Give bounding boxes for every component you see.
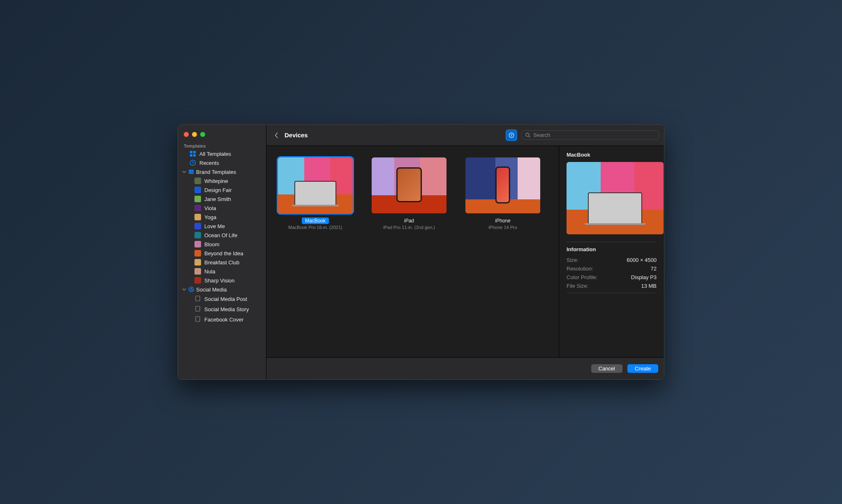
sidebar-group-social-media[interactable]: Social Media — [178, 285, 266, 294]
close-window-button[interactable] — [184, 132, 189, 137]
template-thumbnail-icon — [194, 241, 201, 247]
clock-icon — [190, 160, 196, 166]
svg-rect-3 — [193, 154, 196, 157]
sidebar-item[interactable]: Whitepine — [178, 176, 266, 185]
info-key: Size: — [567, 257, 578, 263]
template-subtitle: iPhone 14 Pro — [488, 225, 517, 230]
svg-rect-2 — [190, 154, 192, 157]
info-key: Color Profile: — [567, 274, 597, 280]
info-panel: MacBook Information Size:6000 × 4500Reso… — [559, 146, 664, 357]
sidebar-item-label: Ocean Of Life — [204, 232, 237, 238]
sidebar-item[interactable]: Social Media Post — [178, 294, 266, 304]
create-button[interactable]: Create — [627, 364, 658, 373]
template-thumbnail-icon — [194, 223, 201, 229]
template-name: MacBook — [302, 217, 329, 224]
sidebar-item-label: Recents — [199, 160, 219, 166]
sidebar-item-label: Design Fair — [204, 187, 231, 193]
template-thumbnail-icon — [194, 196, 201, 202]
svg-rect-7 — [189, 173, 194, 174]
template-thumbnail — [465, 157, 540, 213]
sidebar-recents[interactable]: Recents — [178, 158, 266, 167]
sidebar-all-templates[interactable]: All Templates — [178, 149, 266, 158]
template-thumbnail-icon — [194, 268, 201, 275]
svg-rect-10 — [196, 296, 200, 301]
sidebar-item-label: Yoga — [204, 214, 216, 220]
svg-rect-6 — [189, 171, 194, 173]
template-subtitle: iPad Pro 11-in. (2nd gen.) — [383, 225, 435, 230]
svg-rect-11 — [196, 306, 200, 311]
template-thumbnail-icon — [194, 277, 201, 284]
back-button[interactable] — [271, 130, 281, 140]
template-thumbnail-icon — [194, 205, 201, 211]
cancel-button[interactable]: Cancel — [591, 364, 622, 373]
sidebar-group-label: Brand Templates — [196, 169, 236, 175]
svg-rect-0 — [190, 151, 192, 153]
minimize-window-button[interactable] — [192, 132, 197, 137]
template-thumbnail-icon — [194, 232, 201, 238]
template-name: iPad — [401, 217, 417, 224]
chevron-down-icon — [182, 287, 186, 293]
template-card[interactable]: iPadiPad Pro 11-in. (2nd gen.) — [372, 157, 446, 230]
svg-point-15 — [526, 133, 529, 136]
document-icon — [194, 305, 201, 313]
at-icon — [188, 286, 194, 293]
sidebar-item-label: Beyond the Idea — [204, 250, 243, 257]
sidebar-item[interactable]: Facebook Cover — [178, 314, 266, 325]
sidebar-item[interactable]: Yoga — [178, 213, 266, 222]
info-key: Resolution: — [567, 266, 593, 272]
info-value: 6000 × 4500 — [627, 257, 657, 263]
window-controls — [178, 128, 266, 142]
sidebar-item-label: Social Media Story — [204, 306, 249, 312]
sidebar-section-label: Templates — [178, 142, 266, 149]
info-heading: Information — [567, 246, 657, 252]
content-area: Devices ? MacBookMacBook Pro 16-in. (202… — [266, 125, 664, 379]
fullscreen-window-button[interactable] — [200, 132, 205, 137]
svg-rect-12 — [196, 317, 200, 321]
info-row: File Size:13 MB — [567, 282, 657, 290]
sidebar-item[interactable]: Ocean Of Life — [178, 231, 266, 240]
sidebar-item[interactable]: Beyond the Idea — [178, 249, 266, 258]
template-thumbnail — [372, 157, 446, 213]
info-title: MacBook — [567, 152, 657, 158]
search-field[interactable] — [521, 130, 659, 140]
info-value: 13 MB — [641, 283, 657, 289]
grid-icon — [190, 150, 196, 157]
sidebar-item[interactable]: Social Media Story — [178, 304, 266, 314]
svg-rect-1 — [193, 151, 196, 153]
sidebar-item[interactable]: Viola — [178, 203, 266, 213]
template-thumbnail-icon — [194, 250, 201, 257]
sidebar-item-label: Sharp Vision — [204, 277, 234, 284]
sidebar-item-label: Breakfast Club — [204, 259, 239, 266]
help-button[interactable]: ? — [506, 129, 517, 141]
sidebar-item-label: Love Me — [204, 223, 225, 229]
sidebar-item[interactable]: Love Me — [178, 222, 266, 231]
sidebar-item[interactable]: Sharp Vision — [178, 276, 266, 285]
sidebar-item-label: Bloom — [204, 241, 220, 247]
info-row: Resolution:72 — [567, 264, 657, 273]
sidebar-group-brand-templates[interactable]: Brand Templates — [178, 167, 266, 176]
search-icon — [525, 132, 531, 138]
sidebar-item[interactable]: Nula — [178, 267, 266, 276]
sidebar-item-label: Nula — [204, 268, 215, 275]
svg-rect-5 — [189, 170, 194, 171]
template-thumbnail — [278, 157, 353, 213]
info-key: File Size: — [567, 283, 588, 289]
divider — [567, 293, 657, 293]
info-value: Display P3 — [631, 274, 657, 280]
template-thumbnail-icon — [194, 259, 201, 266]
sidebar-item[interactable]: Breakfast Club — [178, 258, 266, 267]
page-title: Devices — [285, 132, 308, 139]
svg-text:?: ? — [511, 134, 513, 137]
sidebar-item[interactable]: Design Fair — [178, 185, 266, 194]
template-card[interactable]: MacBookMacBook Pro 16-in. (2021) — [278, 157, 353, 230]
info-value: 72 — [651, 266, 657, 272]
template-card[interactable]: iPhoneiPhone 14 Pro — [465, 157, 540, 230]
sidebar-item-label: All Templates — [199, 151, 231, 157]
sidebar-item[interactable]: Bloom — [178, 240, 266, 249]
sidebar-item[interactable]: Jane Smith — [178, 194, 266, 203]
info-preview-thumbnail — [567, 162, 664, 234]
info-row: Color Profile:Display P3 — [567, 273, 657, 282]
template-chooser-window: Templates All Templates Recents Brand Te… — [178, 124, 664, 380]
search-input[interactable] — [533, 132, 655, 138]
template-subtitle: MacBook Pro 16-in. (2021) — [288, 225, 342, 230]
